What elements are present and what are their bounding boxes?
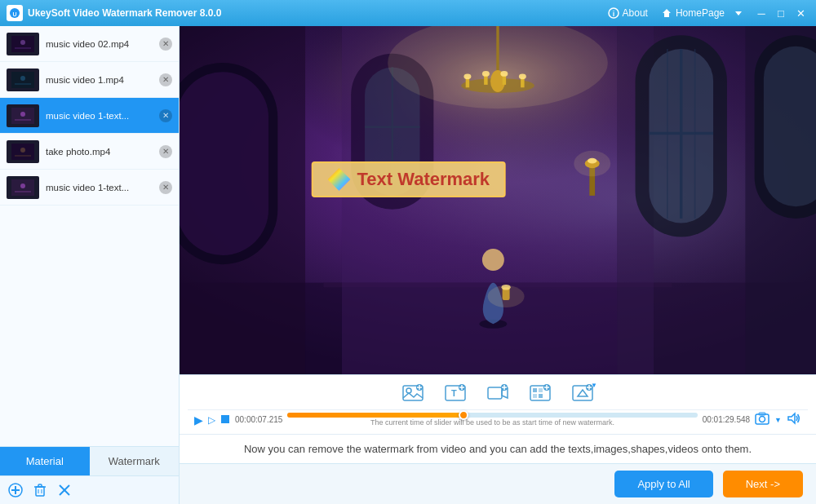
svg-rect-6 [15, 47, 31, 49]
timeline-bar[interactable] [287, 413, 697, 418]
svg-rect-102 [221, 415, 229, 423]
title-bar: U UkeySoft Video Watermark Remover 8.0.0… [0, 0, 816, 26]
about-link[interactable]: i About [603, 6, 653, 20]
tab-watermark[interactable]: Watermark [90, 447, 180, 475]
svg-rect-12 [15, 119, 31, 121]
file-item[interactable]: music video 02.mp4 ✕ [0, 26, 179, 62]
play-button[interactable]: ▶ [194, 413, 203, 427]
file-name: music video 1.mp4 [46, 75, 159, 85]
camera-dropdown[interactable]: ▼ [774, 416, 782, 424]
file-thumbnail [7, 69, 39, 91]
file-remove-button[interactable]: ✕ [159, 181, 172, 194]
svg-rect-93 [533, 394, 537, 398]
svg-rect-54 [764, 46, 816, 207]
svg-point-8 [20, 76, 25, 81]
svg-rect-15 [15, 155, 31, 157]
svg-rect-18 [15, 191, 31, 192]
minimize-button[interactable]: ─ [752, 4, 770, 22]
add-video-button[interactable] [480, 380, 516, 406]
file-thumbnail [7, 33, 39, 55]
svg-text:T: T [451, 388, 457, 398]
scene-svg [180, 26, 816, 374]
clear-button[interactable] [57, 483, 72, 497]
info-bar: Now you can remove the watermark from vi… [180, 434, 816, 463]
svg-point-75 [574, 151, 610, 176]
watermark-label: Text Watermark [357, 169, 490, 190]
delete-file-button[interactable] [33, 483, 47, 497]
mosaic-button[interactable] [522, 380, 558, 406]
svg-rect-9 [15, 83, 31, 85]
file-item[interactable]: music video 1.mp4 ✕ [0, 62, 179, 98]
step-button[interactable]: ▷ [208, 414, 215, 426]
svg-text:U: U [12, 11, 16, 17]
file-name: music video 02.mp4 [46, 39, 159, 49]
screenshot-button[interactable] [755, 412, 769, 427]
file-thumbnail [7, 176, 39, 199]
svg-rect-24 [38, 484, 42, 487]
video-background: Text Watermark [180, 26, 816, 374]
homepage-link[interactable]: HomePage [656, 6, 730, 20]
more-tools-button[interactable]: ▼ [565, 380, 601, 406]
add-text-icon: T [444, 383, 467, 403]
file-remove-button[interactable]: ✕ [159, 109, 172, 122]
file-item-active[interactable]: music video 1-text... ✕ [0, 98, 179, 134]
nav-links: i About HomePage [603, 6, 744, 20]
svg-point-5 [20, 40, 25, 45]
close-button[interactable]: ✕ [792, 4, 809, 22]
toolbar-area: T ▼ [180, 374, 816, 434]
watermark-overlay[interactable]: Text Watermark [311, 161, 506, 197]
timeline-thumb[interactable] [459, 410, 468, 420]
volume-icon [787, 412, 801, 425]
svg-point-11 [20, 112, 25, 117]
stop-button[interactable] [220, 413, 230, 427]
svg-point-68 [482, 249, 504, 271]
watermark-icon [327, 168, 350, 191]
time-total: 00:01:29.548 [703, 415, 750, 424]
camera-icon [755, 412, 769, 425]
file-remove-button[interactable]: ✕ [159, 145, 172, 158]
file-item[interactable]: take photo.mp4 ✕ [0, 134, 179, 170]
restore-button[interactable]: □ [772, 4, 790, 22]
timeline[interactable]: The current time of slider will be used … [287, 413, 697, 427]
x-icon [57, 483, 72, 497]
main-layout: music video 02.mp4 ✕ music video 1.mp4 ✕… [0, 26, 816, 504]
timeline-fill [287, 413, 463, 418]
svg-point-71 [488, 285, 525, 307]
dropdown-arrow-icon: ▼ [591, 382, 597, 389]
video-preview: Text Watermark [180, 26, 816, 374]
bottom-bar: Apply to All Next -> [180, 463, 816, 504]
file-thumbnail [7, 104, 39, 127]
file-remove-button[interactable]: ✕ [159, 73, 172, 86]
sidebar: music video 02.mp4 ✕ music video 1.mp4 ✕… [0, 26, 180, 504]
tab-material[interactable]: Material [0, 447, 90, 475]
add-text-button[interactable]: T [437, 380, 473, 406]
add-image-button[interactable] [395, 380, 431, 406]
lock-icon: i [608, 7, 619, 19]
svg-point-104 [760, 417, 765, 422]
mosaic-icon [529, 383, 552, 403]
volume-button[interactable] [787, 412, 801, 427]
svg-rect-22 [36, 487, 44, 496]
app-icon: U [7, 5, 23, 21]
tab-row: Material Watermark [0, 446, 179, 475]
svg-rect-91 [533, 388, 537, 392]
toolbar-icons: T ▼ [188, 380, 808, 406]
add-file-button[interactable] [8, 483, 23, 497]
playback-row: ▶ ▷ 00:00:07.215 The current time of sli… [188, 409, 808, 431]
home-icon [661, 7, 672, 19]
file-item[interactable]: music video 1-text... ✕ [0, 170, 179, 206]
app-title: UkeySoft Video Watermark Remover 8.0.0 [28, 7, 603, 19]
timeline-hint: The current time of slider will be used … [287, 418, 697, 427]
svg-rect-94 [539, 394, 543, 398]
file-thumbnail [7, 140, 39, 163]
window-controls: ─ □ ✕ [752, 4, 809, 22]
next-button[interactable]: Next -> [723, 471, 803, 497]
action-row [0, 475, 179, 504]
file-remove-button[interactable]: ✕ [159, 38, 172, 51]
file-name: take photo.mp4 [46, 147, 159, 157]
add-image-icon [401, 383, 424, 403]
time-current: 00:00:07.215 [235, 415, 282, 424]
dropdown-arrow-icon [733, 7, 744, 19]
apply-to-all-button[interactable]: Apply to All [614, 471, 712, 497]
svg-rect-36 [180, 72, 268, 255]
